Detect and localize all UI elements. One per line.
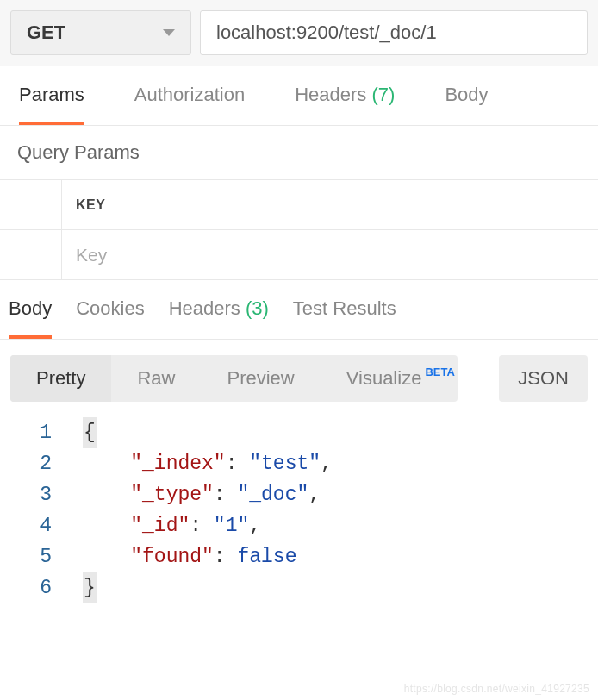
beta-badge: BETA [425, 366, 454, 378]
tab-response-cookies[interactable]: Cookies [76, 280, 144, 339]
tab-response-headers-count: (3) [246, 297, 269, 319]
code-line: 1{ [0, 417, 598, 448]
request-bar: GET [0, 0, 598, 66]
code-token: "test" [249, 453, 321, 475]
code-line: 6} [0, 572, 598, 603]
code-token: : [226, 453, 250, 475]
line-number: 6 [0, 572, 83, 603]
tab-params[interactable]: Params [19, 66, 84, 125]
chevron-down-icon [163, 29, 175, 36]
code-token: false [237, 546, 296, 568]
tab-body[interactable]: Body [445, 66, 488, 125]
code-token [83, 515, 130, 537]
code-content: { [83, 417, 97, 448]
http-method-label: GET [27, 22, 65, 44]
code-line: 3 "_type": "_doc", [0, 479, 598, 510]
line-number: 5 [0, 541, 83, 572]
visualize-label: Visualize [346, 367, 422, 390]
line-number: 4 [0, 510, 83, 541]
code-token: { [83, 417, 97, 448]
code-token: "_index" [130, 453, 225, 475]
query-params-table: KEY [0, 180, 598, 280]
query-params-header: Query Params [0, 126, 598, 180]
tab-response-headers[interactable]: Headers (3) [169, 280, 269, 339]
code-token: "_id" [130, 515, 190, 537]
view-tab-pretty[interactable]: Pretty [10, 355, 111, 402]
code-token: "_type" [130, 484, 214, 506]
table-header-row: KEY [0, 180, 598, 230]
format-select[interactable]: JSON [499, 355, 588, 402]
code-token: "_doc" [237, 484, 308, 506]
code-token: : [190, 515, 214, 537]
code-content: "_index": "test", [83, 448, 333, 479]
code-content: "_id": "1", [83, 510, 261, 541]
tab-headers[interactable]: Headers (7) [295, 66, 395, 125]
code-token: , [308, 484, 321, 506]
checkbox-header-cell [0, 180, 62, 229]
code-line: 2 "_index": "test", [0, 448, 598, 479]
tab-headers-count: (7) [372, 84, 396, 105]
tab-headers-label: Headers [295, 84, 366, 105]
param-key-input[interactable] [62, 230, 598, 279]
view-tab-raw[interactable]: Raw [111, 355, 201, 402]
request-url-input[interactable] [200, 10, 588, 55]
view-mode-group: Pretty Raw Preview Visualize BETA [10, 355, 458, 402]
view-mode-bar: Pretty Raw Preview Visualize BETA JSON [0, 340, 598, 402]
tab-response-body[interactable]: Body [9, 280, 52, 339]
tab-response-headers-label: Headers [169, 297, 240, 319]
code-token [83, 546, 130, 568]
code-token: "1" [214, 515, 249, 537]
tab-authorization[interactable]: Authorization [134, 66, 245, 125]
response-tabs: Body Cookies Headers (3) Test Results [0, 280, 598, 340]
line-number: 2 [0, 448, 83, 479]
code-token: , [321, 453, 333, 475]
code-token: : [214, 546, 238, 568]
http-method-select[interactable]: GET [10, 10, 191, 55]
view-tab-visualize[interactable]: Visualize BETA [321, 355, 458, 402]
code-token: } [83, 572, 97, 603]
response-body-code[interactable]: 1{2 "_index": "test",3 "_type": "_doc",4… [0, 402, 598, 619]
view-tab-preview[interactable]: Preview [201, 355, 320, 402]
code-token [83, 484, 130, 506]
checkbox-cell[interactable] [0, 230, 62, 279]
request-tabs: Params Authorization Headers (7) Body [0, 66, 598, 126]
tab-test-results[interactable]: Test Results [293, 280, 396, 339]
code-content: } [83, 572, 97, 603]
code-token: , [249, 515, 261, 537]
line-number: 1 [0, 417, 83, 448]
key-column-header: KEY [62, 197, 119, 213]
code-line: 5 "found": false [0, 541, 598, 572]
line-number: 3 [0, 479, 83, 510]
code-token: : [214, 484, 238, 506]
code-content: "found": false [83, 541, 296, 572]
code-token: "found" [130, 546, 214, 568]
code-line: 4 "_id": "1", [0, 510, 598, 541]
code-token [83, 453, 130, 475]
code-content: "_type": "_doc", [83, 479, 321, 510]
table-row [0, 230, 598, 280]
